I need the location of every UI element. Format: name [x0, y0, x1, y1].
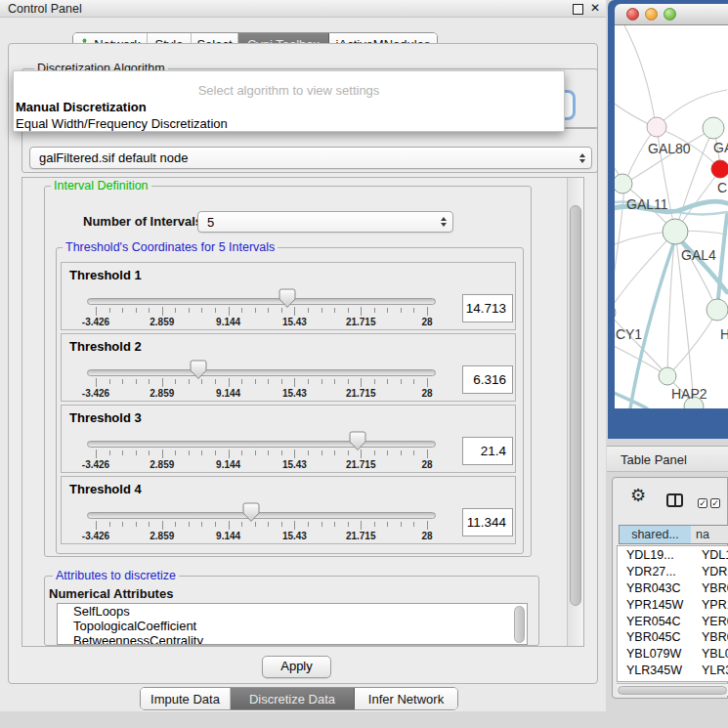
slider-ticks-major — [96, 307, 428, 316]
node-gal80[interactable] — [647, 117, 666, 137]
slider-tick-labels: -3.4262.8599.14415.4321.71528 — [96, 317, 427, 328]
node-gal4[interactable] — [663, 219, 688, 244]
group-title: Attributes to discretize — [53, 569, 179, 583]
table-row[interactable]: YBR045CYBR0 — [618, 629, 728, 646]
zoom-traffic-light-icon[interactable] — [664, 8, 676, 21]
node-label: GA — [713, 140, 728, 155]
threshold-value-field[interactable] — [462, 437, 513, 465]
columns-icon[interactable] — [666, 493, 683, 507]
checkbox-icon[interactable]: ✓ — [698, 498, 707, 508]
node-red[interactable] — [711, 160, 728, 178]
threshold-value-field[interactable] — [462, 508, 513, 536]
list-scrollbar-thumb[interactable] — [514, 606, 525, 643]
popup-item-equal-width-frequency[interactable]: Equal Width/Frequency Discretization — [16, 116, 228, 131]
network-window-titlebar — [615, 4, 728, 25]
table-row[interactable]: YBL079WYBL0 — [618, 646, 728, 663]
scrollbar-thumb[interactable] — [570, 205, 581, 606]
number-of-intervals-combobox[interactable]: 5 — [197, 211, 453, 233]
slider-handle[interactable] — [278, 288, 296, 309]
node-label: HAP2 — [671, 386, 707, 402]
table-row[interactable]: YLR345WYLR3 — [618, 663, 728, 679]
slider-ticks-major — [96, 450, 428, 458]
table-panel-titlebar: Table Panel — [607, 446, 728, 472]
slider-tick-labels: -3.4262.8599.14415.4321.71528 — [96, 531, 427, 542]
slider-track[interactable] — [87, 298, 436, 305]
cyni-bottom-tabs: Impute Data Discretize Data Infer Networ… — [140, 687, 458, 710]
network-nodes — [615, 117, 728, 408]
slider-tick-labels: -3.4262.8599.14415.4321.71528 — [96, 459, 427, 471]
apply-button[interactable]: Apply — [262, 656, 331, 678]
table-data-combobox[interactable]: galFiltered.sif default node — [29, 147, 592, 169]
tab-discretize-data[interactable]: Discretize Data — [231, 688, 355, 709]
number-of-intervals-label: Number of Intervals — [83, 214, 202, 229]
algorithm-dropdown-popup: Select algorithm to view settings Manual… — [13, 70, 565, 132]
list-item[interactable]: TopologicalCoefficient — [58, 619, 527, 633]
control-panel-titlebar: Control Panel ✕ — [0, 0, 606, 18]
tab-impute-data[interactable]: Impute Data — [141, 688, 231, 709]
slider-tick-labels: -3.4262.8599.14415.4321.71528 — [96, 388, 427, 400]
table-panel-window: ⚙ ✓ ✓ shared... na YDL19...YDL1 YDR27...… — [612, 477, 728, 699]
gear-icon[interactable]: ⚙ — [630, 485, 646, 506]
slider-track[interactable] — [87, 512, 436, 519]
column-header-name[interactable]: na — [691, 525, 728, 544]
threshold-2-panel: Threshold 2 -3.4262.8599.14415.4321.7152… — [61, 333, 516, 402]
threshold-3-panel: Threshold 3 -3.4262.8599.14415.4321.7152… — [61, 405, 516, 473]
threshold-1-panel: Threshold 1 -3.4262.8599.14415.4321.7152… — [61, 262, 516, 330]
threshold-4-panel: Threshold 4 -3.4262.8599.14415.4321.7152… — [61, 476, 516, 544]
float-window-icon[interactable] — [573, 4, 583, 15]
node-label: GAL11 — [626, 196, 668, 212]
slider-handle[interactable] — [242, 502, 260, 523]
list-item[interactable]: BetweennessCentrality — [58, 633, 527, 645]
table-row[interactable]: YDR27...YDR2 — [618, 564, 728, 580]
network-view-window: GAL80 GA C GAL11 GAL4 GCY1 H HAP2 — [608, 0, 728, 439]
table-row[interactable]: YPR145WYPR1 — [618, 597, 728, 614]
node-hap2[interactable] — [659, 367, 676, 385]
table-row[interactable]: YDL19...YDL1 — [618, 547, 728, 564]
popup-item-manual-discretization[interactable]: Manual Discretization — [16, 100, 147, 114]
node-h[interactable] — [707, 299, 728, 321]
close-icon[interactable]: ✕ — [588, 0, 602, 16]
threshold-label: Threshold 4 — [69, 482, 142, 496]
network-edges — [615, 25, 727, 406]
checkbox-icon[interactable]: ✓ — [710, 498, 720, 508]
node-top-right[interactable] — [703, 117, 724, 139]
slider-ticks-major — [96, 378, 428, 387]
threshold-label: Threshold 1 — [69, 268, 142, 282]
combo-stepper-icon — [579, 153, 585, 163]
group-title: Interval Definition — [51, 179, 151, 193]
threshold-label: Threshold 3 — [69, 410, 142, 425]
numerical-attributes-list: SelfLoops TopologicalCoefficient Between… — [57, 603, 528, 645]
threshold-label: Threshold 2 — [69, 339, 142, 354]
node-label: C — [717, 180, 727, 195]
tab-infer-network[interactable]: Infer Network — [355, 688, 457, 709]
threshold-value-field[interactable] — [462, 294, 513, 322]
list-item[interactable]: SelfLoops — [58, 604, 527, 619]
numerical-attributes-label: Numerical Attributes — [49, 586, 173, 601]
table-panel-title: Table Panel — [621, 452, 687, 467]
slider-track[interactable] — [87, 369, 436, 376]
close-traffic-light-icon[interactable] — [626, 8, 639, 21]
combo-placeholder-text: Select algorithm to view settings — [14, 83, 564, 98]
node-gal11[interactable] — [615, 174, 632, 193]
combo-stepper-icon — [441, 217, 447, 227]
control-panel-window: Control Panel ✕ Network Style Select Cyn… — [0, 0, 606, 711]
screen: Control Panel ✕ Network Style Select Cyn… — [0, 0, 728, 728]
node-gcy1[interactable] — [615, 304, 616, 321]
table-row[interactable]: YER054CYER0 — [618, 614, 728, 630]
table-row[interactable]: YIL05...YIL0 — [618, 679, 728, 682]
minimize-traffic-light-icon[interactable] — [645, 8, 658, 21]
slider-handle[interactable] — [349, 431, 366, 451]
threshold-value-field[interactable] — [462, 365, 513, 394]
vertical-scrollbar[interactable] — [567, 178, 583, 646]
node-label: H — [720, 326, 728, 342]
right-panel: GAL80 GA C GAL11 GAL4 GCY1 H HAP2 Table … — [607, 0, 728, 728]
group-title: Threshold's Coordinates for 5 Intervals — [63, 240, 278, 255]
window-title: Control Panel — [8, 2, 82, 16]
slider-track[interactable] — [87, 441, 436, 448]
table-row[interactable]: YBR043CYBR0 — [618, 580, 728, 597]
slider-handle[interactable] — [190, 360, 207, 380]
horizontal-scrollbar[interactable] — [617, 683, 728, 696]
network-canvas: GAL80 GA C GAL11 GAL4 GCY1 H HAP2 — [615, 25, 728, 408]
column-header-shared-name[interactable]: shared... — [619, 525, 692, 544]
scrollbar-thumb[interactable] — [618, 686, 727, 695]
